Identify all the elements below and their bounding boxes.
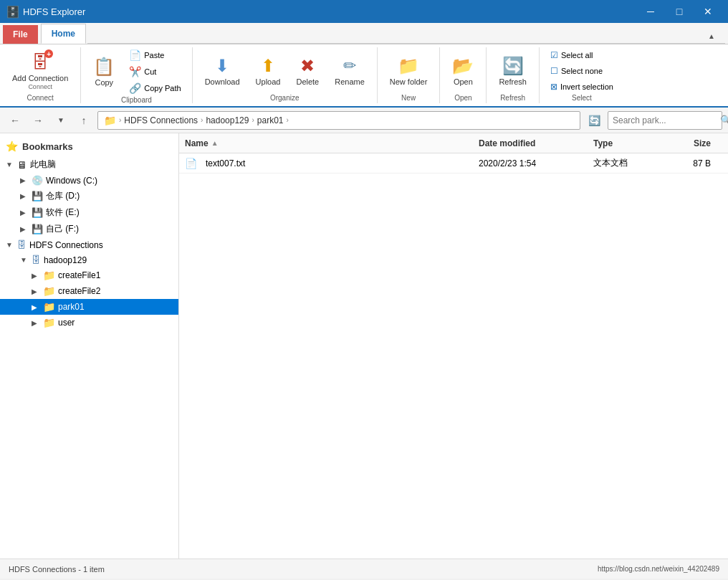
copy-icon: 📋 — [93, 55, 115, 78]
folder-cf1-icon: 📁 — [43, 270, 55, 281]
invert-selection-button[interactable]: ⊠ Invert selection — [545, 80, 618, 94]
open-icon: 📂 — [452, 54, 474, 77]
sidebar-item-this-pc[interactable]: ▼ 🖥 此电脑 — [0, 156, 178, 173]
back-button[interactable]: ← — [6, 111, 24, 130]
connect-group-content: 🗄 + Add Connection Connect — [6, 47, 75, 94]
up-button[interactable]: ↑ — [75, 111, 93, 130]
select-all-label: Select all — [561, 51, 593, 60]
app-icon: 🗄️ — [6, 5, 19, 18]
delete-label: Delete — [296, 77, 319, 87]
refresh-button[interactable]: 🔄 Refresh — [492, 51, 533, 90]
add-connection-icon: 🗄 + — [29, 51, 52, 74]
select-group-label: Select — [572, 94, 592, 103]
new-group-content: 📁 New folder — [383, 47, 434, 94]
path-folder-icon: 📁 — [104, 115, 116, 126]
sidebar-item-createfile1[interactable]: ▶ 📁 createFile1 — [0, 267, 178, 283]
forward-button[interactable]: → — [29, 111, 47, 130]
paste-button[interactable]: 📄 Paste — [124, 47, 186, 63]
file-size-cell: 87 B — [665, 158, 722, 168]
bookmarks-header: ⭐ Bookmarks — [0, 136, 178, 156]
expand-hadoop-icon: ▼ — [20, 256, 29, 264]
download-icon: ⬇ — [215, 54, 229, 77]
path-segment-park01[interactable]: park01 — [257, 115, 284, 125]
path-segment-hdfs[interactable]: HDFS Connections — [124, 115, 198, 125]
search-input[interactable] — [613, 115, 720, 125]
drive-c-icon: 💿 — [32, 175, 43, 186]
tab-file[interactable]: File — [3, 25, 38, 44]
file-row-text007[interactable]: 📄 text007.txt 2020/2/23 1:54 文本文档 87 B — [179, 153, 728, 173]
select-none-icon: ☐ — [550, 66, 558, 76]
hdfs-connections-label: HDFS Connections — [29, 240, 103, 250]
sidebar-item-createfile2[interactable]: ▶ 📁 createFile2 — [0, 283, 178, 299]
cut-button[interactable]: ✂️ Cut — [124, 64, 186, 80]
file-list: Name ▲ Date modified Type Size 📄 text007… — [179, 133, 728, 558]
sidebar-item-park01[interactable]: ▶ 📁 park01 — [0, 299, 178, 315]
sidebar-item-hdfs-connections[interactable]: ▼ 🗄 HDFS Connections — [0, 237, 178, 252]
path-segment-hadoop[interactable]: hadoop129 — [206, 115, 249, 125]
connect-sublabel: Connect — [28, 83, 52, 90]
sidebar-item-hadoop129[interactable]: ▼ 🗄 hadoop129 — [0, 252, 178, 267]
sidebar-item-windows-c[interactable]: ▶ 💿 Windows (C:) — [0, 173, 178, 188]
select-all-icon: ☑ — [550, 50, 558, 60]
status-bar: HDFS Connections - 1 item https://blog.c… — [0, 558, 728, 579]
col-header-type[interactable]: Type — [593, 138, 665, 148]
upload-button[interactable]: ⬆ Upload — [249, 51, 287, 90]
open-label: Open — [454, 77, 473, 87]
file-date-cell: 2020/2/23 1:54 — [479, 158, 593, 168]
status-url: https://blog.csdn.net/weixin_44202489 — [598, 565, 719, 573]
close-button[interactable]: ✕ — [694, 0, 722, 23]
expand-icon: ▼ — [6, 161, 14, 168]
copy-button[interactable]: 📋 Copy — [87, 52, 121, 91]
download-label: Download — [205, 77, 240, 87]
delete-button[interactable]: ✖ Delete — [289, 51, 325, 90]
invert-selection-icon: ⊠ — [550, 82, 557, 92]
address-bar: ← → ▼ ↑ 📁 › HDFS Connections › hadoop129… — [0, 108, 728, 133]
select-none-button[interactable]: ☐ Select none — [545, 64, 618, 78]
rename-icon: ✏ — [343, 54, 356, 77]
search-box[interactable]: 🔍 — [608, 111, 722, 130]
select-all-button[interactable]: ☑ Select all — [545, 48, 618, 62]
maximize-button[interactable]: □ — [665, 0, 694, 23]
open-button[interactable]: 📂 Open — [446, 51, 480, 90]
add-connection-label: Add Connection — [12, 74, 68, 83]
ribbon-collapse-btn[interactable]: ▲ — [708, 32, 725, 44]
tab-home[interactable]: Home — [41, 24, 86, 44]
organize-group-content: ⬇ Download ⬆ Upload ✖ Delete ✏ Rename — [198, 47, 371, 94]
new-folder-button[interactable]: 📁 New folder — [383, 51, 434, 90]
col-header-size[interactable]: Size — [665, 138, 722, 148]
sidebar-item-e[interactable]: ▶ 💾 软件 (E:) — [0, 204, 178, 221]
clipboard-group-content: 📋 Copy 📄 Paste ✂️ Cut 🔗 Copy Path — [87, 47, 186, 96]
new-folder-icon: 📁 — [398, 54, 419, 77]
refresh-path-button[interactable]: 🔄 — [585, 111, 603, 130]
createfile2-label: createFile2 — [58, 286, 100, 296]
sidebar-item-f[interactable]: ▶ 💾 自己 (F:) — [0, 221, 178, 237]
recent-locations-button[interactable]: ▼ — [52, 111, 70, 130]
folder-user-icon: 📁 — [43, 317, 55, 328]
rename-button[interactable]: ✏ Rename — [328, 51, 371, 90]
drive-d-icon: 💾 — [32, 191, 43, 201]
organize-group-label: Organize — [270, 94, 300, 103]
paste-icon: 📄 — [129, 49, 141, 61]
search-icon: 🔍 — [720, 115, 728, 125]
address-path[interactable]: 📁 › HDFS Connections › hadoop129 › park0… — [97, 111, 580, 130]
open-group-content: 📂 Open — [446, 47, 480, 94]
col-header-date[interactable]: Date modified — [479, 138, 593, 148]
sidebar-item-user[interactable]: ▶ 📁 user — [0, 315, 178, 331]
hadoop-icon: 🗄 — [32, 255, 41, 265]
expand-d-icon: ▶ — [20, 192, 29, 200]
download-button[interactable]: ⬇ Download — [198, 51, 246, 90]
expand-park01-icon: ▶ — [32, 303, 40, 311]
window-title: HDFS Explorer — [23, 6, 636, 17]
minimize-button[interactable]: ─ — [636, 0, 665, 23]
sidebar-item-d[interactable]: ▶ 💾 仓库 (D:) — [0, 188, 178, 204]
col-header-name[interactable]: Name ▲ — [185, 138, 479, 148]
drive-d-label: 仓库 (D:) — [46, 190, 80, 202]
createfile1-label: createFile1 — [58, 270, 100, 280]
ribbon-group-new: 📁 New folder New — [378, 47, 441, 103]
park01-label: park01 — [58, 302, 85, 312]
connect-group-label: Connect — [27, 94, 54, 103]
copy-path-button[interactable]: 🔗 Copy Path — [124, 80, 186, 96]
window-controls: ─ □ ✕ — [636, 0, 722, 23]
add-connection-button[interactable]: 🗄 + Add Connection Connect — [6, 47, 75, 94]
hdfs-icon: 🗄 — [17, 239, 27, 250]
